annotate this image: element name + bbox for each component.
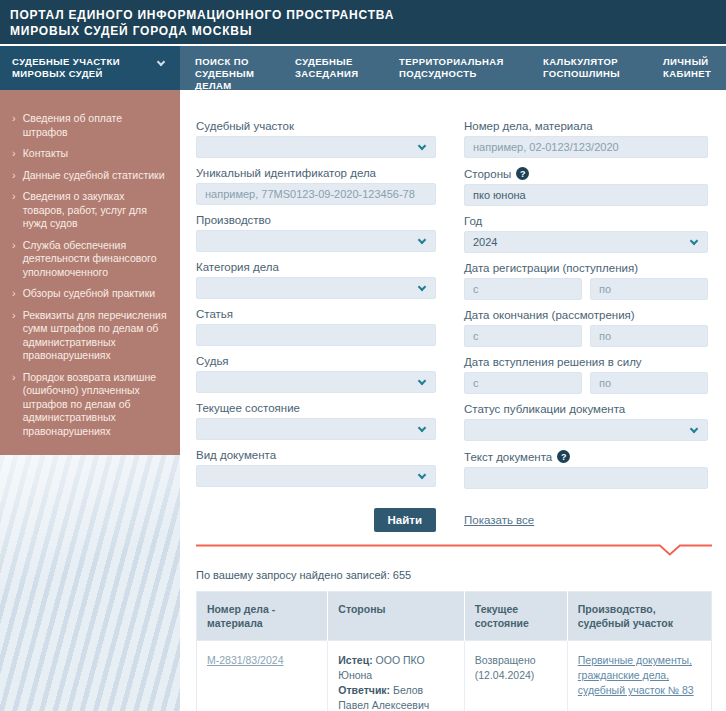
sidebar-item-label: Служба обеспечения деятельности финансов… xyxy=(23,239,168,280)
case-state: Возвращено (12.04.2024) xyxy=(475,654,536,681)
chevron-down-icon xyxy=(418,282,426,290)
chevron-down-icon xyxy=(690,424,698,432)
background-photo xyxy=(0,455,180,711)
page: ПОРТАЛ ЕДИНОГО ИНФОРМАЦИОННОГО ПРОСТРАНС… xyxy=(0,0,726,711)
chevron-right-icon: › xyxy=(12,190,16,231)
chevron-right-icon: › xyxy=(12,169,16,183)
nav-tab-label: КАЛЬКУЛЯТОР ГОСПОШЛИНЫ xyxy=(543,56,620,79)
chevron-down-icon xyxy=(690,236,698,244)
defendant-label: Ответчик: xyxy=(338,684,390,696)
year-selected-value: 2024 xyxy=(473,236,497,248)
force-date-to-input[interactable] xyxy=(590,372,708,394)
nav-tab-label: ЛИЧНЫЙ КАБИНЕТ xyxy=(663,56,711,79)
judge-label: Судья xyxy=(196,355,436,367)
show-all-link[interactable]: Показать все xyxy=(464,514,708,526)
nav-tab-label: ТЕРРИТОРИАЛЬНАЯ ПОДСУДНОСТЬ xyxy=(399,56,504,79)
registration-date-to-input[interactable] xyxy=(590,278,708,300)
chevron-right-icon: › xyxy=(12,309,16,363)
parties-label-text: Стороны xyxy=(464,168,511,180)
site-title-line1: ПОРТАЛ ЕДИНОГО ИНФОРМАЦИОННОГО ПРОСТРАНС… xyxy=(10,7,726,23)
nav-tab-label: ПОИСК ПО СУДЕБНЫМ ДЕЛАМ xyxy=(195,56,254,91)
sidebar-item-label: Данные судебной статистики xyxy=(23,169,165,183)
chevron-right-icon: › xyxy=(12,147,16,161)
site-header: ПОРТАЛ ЕДИНОГО ИНФОРМАЦИОННОГО ПРОСТРАНС… xyxy=(0,0,726,46)
sidebar-menu: › Сведения об оплате штрафов › Контакты … xyxy=(0,90,180,455)
case-category-select[interactable] xyxy=(196,277,436,299)
table-row: М-2831/83/2024 Истец: ООО ПКО Юнона Отве… xyxy=(197,641,712,711)
parties-label: Стороны ? xyxy=(464,167,708,180)
collapse-divider xyxy=(196,544,712,557)
case-number-label: Номер дела, материала xyxy=(464,120,708,132)
current-state-select[interactable] xyxy=(196,418,436,440)
court-section-select[interactable] xyxy=(196,136,436,158)
help-icon[interactable]: ? xyxy=(557,450,570,463)
nav-tab-sessions[interactable]: СУДЕБНЫЕ ЗАСЕДАНИЯ xyxy=(280,46,384,90)
nav-tab-personal-cabinet[interactable]: ЛИЧНЫЙ КАБИНЕТ xyxy=(648,46,726,90)
chevron-down-icon xyxy=(418,423,426,431)
sidebar-item-contacts[interactable]: › Контакты xyxy=(12,147,168,161)
chevron-down-icon xyxy=(418,470,426,478)
sidebar-item-label: Сведения о закупках товаров, работ, услу… xyxy=(23,190,168,231)
col-header-parties: Стороны xyxy=(328,592,464,641)
col-header-production: Производство, судебный участок xyxy=(567,592,711,641)
case-number-input[interactable] xyxy=(464,136,708,158)
chevron-down-icon xyxy=(418,141,426,149)
sidebar-item-ombudsman-service[interactable]: › Служба обеспечения деятельности финанс… xyxy=(12,239,168,280)
search-button[interactable]: Найти xyxy=(374,508,436,532)
force-date-from-input[interactable] xyxy=(464,372,582,394)
year-select[interactable]: 2024 xyxy=(464,231,708,253)
sidebar-item-statistics[interactable]: › Данные судебной статистики xyxy=(12,169,168,183)
sidebar-item-fine-refund[interactable]: › Порядок возврата излишне (ошибочно) уп… xyxy=(12,371,168,439)
proceeding-select[interactable] xyxy=(196,230,436,252)
sidebar-item-procurement[interactable]: › Сведения о закупках товаров, работ, ус… xyxy=(12,190,168,231)
production-link[interactable]: Первичные документы, гражданские дела, с… xyxy=(578,653,701,698)
chevron-down-icon xyxy=(157,58,165,66)
col-header-case-number[interactable]: Номер дела - материала xyxy=(197,592,328,641)
case-uid-input[interactable] xyxy=(196,183,436,205)
sidebar-item-label: Реквизиты для перечисления сумм штрафов … xyxy=(23,309,168,363)
end-date-from-input[interactable] xyxy=(464,325,582,347)
chevron-right-icon: › xyxy=(12,371,16,439)
parties-input[interactable] xyxy=(464,184,708,206)
nav-tab-label: СУДЕБНЫЕ ЗАСЕДАНИЯ xyxy=(295,56,359,79)
sidebar: › Сведения об оплате штрафов › Контакты … xyxy=(0,90,180,711)
nav-tab-court-sections[interactable]: СУДЕБНЫЕ УЧАСТКИ МИРОВЫХ СУДЕЙ xyxy=(0,46,180,90)
article-label: Статья xyxy=(196,308,436,320)
chevron-right-icon: › xyxy=(12,287,16,301)
force-date-label: Дата вступления решения в силу xyxy=(464,356,708,368)
site-title-line2: МИРОВЫХ СУДЕЙ ГОРОДА МОСКВЫ xyxy=(10,23,726,39)
end-date-to-input[interactable] xyxy=(590,325,708,347)
doc-text-input[interactable] xyxy=(464,467,708,489)
chevron-right-icon: › xyxy=(12,239,16,280)
judge-select[interactable] xyxy=(196,371,436,393)
publication-status-select[interactable] xyxy=(464,419,708,441)
col-header-state: Текущее состояние xyxy=(464,592,567,641)
form-right-column: Номер дела, материала Стороны ? Год 2 xyxy=(464,120,708,498)
help-icon[interactable]: ? xyxy=(516,167,529,180)
chevron-down-icon xyxy=(418,376,426,384)
main-nav: СУДЕБНЫЕ УЧАСТКИ МИРОВЫХ СУДЕЙ ПОИСК ПО … xyxy=(0,46,726,90)
case-number-link[interactable]: М-2831/83/2024 xyxy=(207,654,283,666)
doc-type-select[interactable] xyxy=(196,465,436,487)
sidebar-item-practice-reviews[interactable]: › Обзоры судебной практики xyxy=(12,287,168,301)
sidebar-item-label: Обзоры судебной практики xyxy=(23,287,155,301)
doc-text-label: Текст документа ? xyxy=(464,450,708,463)
article-input[interactable] xyxy=(196,324,436,346)
registration-date-from-input[interactable] xyxy=(464,278,582,300)
court-section-label: Судебный участок xyxy=(196,120,436,132)
nav-tab-fee-calculator[interactable]: КАЛЬКУЛЯТОР ГОСПОШЛИНЫ xyxy=(528,46,648,90)
sidebar-item-label: Сведения об оплате штрафов xyxy=(23,112,168,139)
plaintiff-label: Истец: xyxy=(338,654,372,666)
end-date-label: Дата окончания (рассмотрения) xyxy=(464,309,708,321)
year-label: Год xyxy=(464,215,708,227)
form-left-column: Судебный участок Уникальный идентификато… xyxy=(196,120,436,498)
sidebar-item-label: Порядок возврата излишне (ошибочно) упла… xyxy=(23,371,168,439)
sidebar-item-label: Контакты xyxy=(23,147,68,161)
sidebar-item-fines-payment[interactable]: › Сведения об оплате штрафов xyxy=(12,112,168,139)
nav-tab-label: СУДЕБНЫЕ УЧАСТКИ МИРОВЫХ СУДЕЙ xyxy=(12,56,120,79)
nav-tab-case-search[interactable]: ПОИСК ПО СУДЕБНЫМ ДЕЛАМ xyxy=(180,46,280,90)
chevron-down-icon xyxy=(418,235,426,243)
chevron-right-icon: › xyxy=(12,112,16,139)
sidebar-item-fine-requisites[interactable]: › Реквизиты для перечисления сумм штрафо… xyxy=(12,309,168,363)
nav-tab-territorial[interactable]: ТЕРРИТОРИАЛЬНАЯ ПОДСУДНОСТЬ xyxy=(384,46,528,90)
